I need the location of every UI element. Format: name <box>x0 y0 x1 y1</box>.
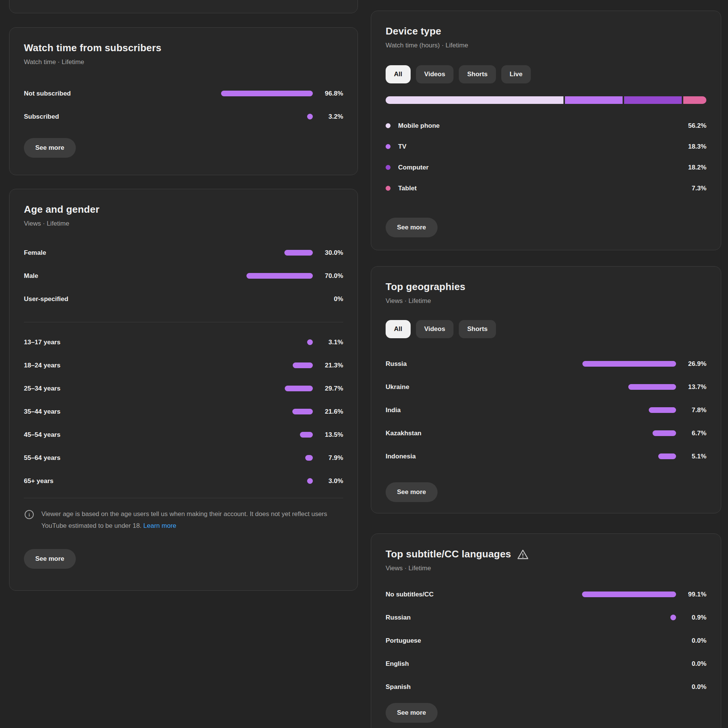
row-value: 7.3% <box>683 185 706 192</box>
device-stacked-bar <box>386 96 706 104</box>
stacked-segment-tv <box>565 96 623 104</box>
card-top-subtitle-cc-languages: Top subtitle/CC languages Views · Lifeti… <box>371 533 721 728</box>
tab-shorts[interactable]: Shorts <box>459 320 496 338</box>
row-label: User-specified <box>24 295 68 303</box>
see-more-button[interactable]: See more <box>386 482 438 502</box>
note-text: Viewer age is based on the age users tel… <box>41 508 331 532</box>
row-label: Mobile phone <box>398 122 440 130</box>
row-value: 0.0% <box>683 683 706 691</box>
value-bar <box>649 407 676 413</box>
see-more-button[interactable]: See more <box>386 218 438 237</box>
chart-row-indonesia: Indonesia5.1% <box>386 445 706 468</box>
row-label: 55–64 years <box>24 454 60 462</box>
value-bar <box>307 478 313 484</box>
legend-dot <box>386 144 391 149</box>
tab-all[interactable]: All <box>386 320 411 338</box>
chart-row-25-34-years: 25–34 years29.7% <box>24 377 343 400</box>
value-bar <box>300 432 313 438</box>
value-bar <box>292 409 313 414</box>
chart-row-ukraine: Ukraine13.7% <box>386 375 706 399</box>
row-value: 21.3% <box>320 362 343 369</box>
legend-dot <box>386 186 391 191</box>
chart-row-spanish: Spanish0.0% <box>386 675 706 698</box>
value-bar <box>221 91 313 96</box>
row-value: 30.0% <box>320 249 343 257</box>
row-value: 7.8% <box>683 406 706 414</box>
row-label: 25–34 years <box>24 385 60 392</box>
chart-row-no-subtitles-cc: No subtitles/CC99.1% <box>386 583 706 606</box>
learn-more-link[interactable]: Learn more <box>143 522 176 529</box>
row-value: 0% <box>320 295 343 303</box>
row-label: Not subscribed <box>24 90 71 97</box>
card-top-geographies: Top geographies Views · Lifetime AllVide… <box>371 266 721 513</box>
row-value: 3.2% <box>320 113 343 121</box>
tab-videos[interactable]: Videos <box>416 65 453 83</box>
gender-rows: Female30.0%Male70.0%User-specified0% <box>24 241 343 311</box>
card-watch-time-from-subscribers: Watch time from subscribers Watch time ·… <box>9 27 358 175</box>
stacked-segment-mobile-phone <box>386 96 563 104</box>
row-label: Computer <box>398 164 428 171</box>
tab-videos[interactable]: Videos <box>416 320 453 338</box>
see-more-button[interactable]: See more <box>386 703 438 723</box>
value-bar <box>658 453 676 459</box>
chart-row-not-subscribed: Not subscribed96.8% <box>24 82 343 105</box>
chart-row-mobile-phone: Mobile phone56.2% <box>386 115 706 136</box>
chart-row-english: English0.0% <box>386 652 706 675</box>
card-title: Device type <box>386 25 706 37</box>
chart-row-portuguese: Portuguese0.0% <box>386 629 706 652</box>
value-bar <box>246 273 313 279</box>
row-value: 13.7% <box>683 383 706 391</box>
row-value: 5.1% <box>683 453 706 460</box>
row-value: 3.0% <box>320 477 343 485</box>
see-more-button[interactable]: See more <box>24 549 76 569</box>
row-label: Portuguese <box>386 637 421 645</box>
card-subtitle: Watch time (hours) · Lifetime <box>386 42 706 49</box>
chart-row-55-64-years: 55–64 years7.9% <box>24 446 343 469</box>
row-value: 7.9% <box>320 454 343 462</box>
age-rows: 13–17 years3.1%18–24 years21.3%25–34 yea… <box>24 331 343 493</box>
previous-card-bottom-edge <box>9 0 358 13</box>
geography-rows: Russia26.9%Ukraine13.7%India7.8%Kazakhst… <box>386 352 706 468</box>
geography-tabs: AllVideosShorts <box>386 320 706 338</box>
value-bar <box>653 430 676 436</box>
row-label: 18–24 years <box>24 362 60 369</box>
subscriber-rows: Not subscribed96.8%Subscribed3.2% <box>24 82 343 128</box>
legend-dot <box>386 123 391 128</box>
row-label: 35–44 years <box>24 408 60 416</box>
chart-row-45-54-years: 45–54 years13.5% <box>24 423 343 446</box>
card-title: Top subtitle/CC languages <box>386 548 706 560</box>
card-subtitle: Views · Lifetime <box>386 297 706 305</box>
row-label: Spanish <box>386 683 411 691</box>
row-value: 3.1% <box>320 339 343 346</box>
chart-row-18-24-years: 18–24 years21.3% <box>24 354 343 377</box>
card-subtitle: Views · Lifetime <box>386 565 706 572</box>
viewer-age-note: i Viewer age is based on the age users t… <box>24 508 331 532</box>
device-type-tabs: AllVideosShortsLive <box>386 65 706 83</box>
tab-live[interactable]: Live <box>501 65 531 83</box>
tab-all[interactable]: All <box>386 65 411 83</box>
row-value: 56.2% <box>683 122 706 130</box>
chart-row-user-specified: User-specified0% <box>24 287 343 311</box>
divider <box>24 498 343 498</box>
value-bar <box>670 615 676 620</box>
row-label: Kazakhstan <box>386 430 421 437</box>
row-label: Male <box>24 272 38 280</box>
value-bar <box>582 361 676 367</box>
row-label: 45–54 years <box>24 431 60 439</box>
value-bar <box>305 455 313 461</box>
stacked-segment-tablet <box>683 96 706 104</box>
row-label: Indonesia <box>386 453 416 460</box>
card-title: Top geographies <box>386 281 706 293</box>
chart-row-35-44-years: 35–44 years21.6% <box>24 400 343 423</box>
row-value: 6.7% <box>683 430 706 437</box>
see-more-button[interactable]: See more <box>24 138 76 158</box>
row-value: 29.7% <box>320 385 343 392</box>
chart-row-kazakhstan: Kazakhstan6.7% <box>386 422 706 445</box>
row-value: 18.3% <box>683 143 706 151</box>
row-label: Subscribed <box>24 113 59 121</box>
row-label: TV <box>398 143 406 151</box>
warning-icon <box>517 549 529 560</box>
row-value: 70.0% <box>320 272 343 280</box>
chart-row-india: India7.8% <box>386 399 706 422</box>
tab-shorts[interactable]: Shorts <box>459 65 496 83</box>
